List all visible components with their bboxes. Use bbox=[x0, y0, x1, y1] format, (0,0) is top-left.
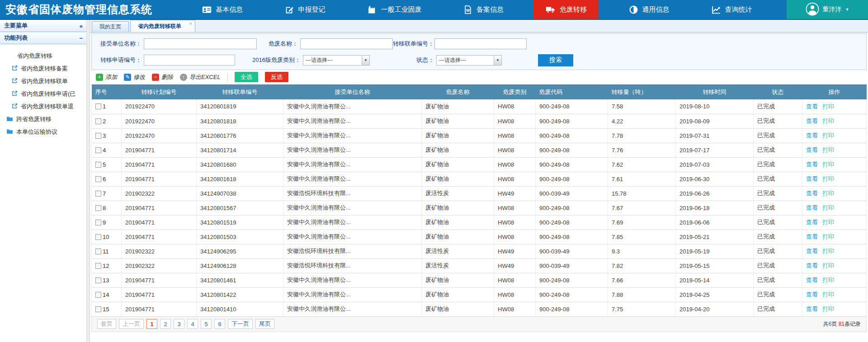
view-link[interactable]: 查看 bbox=[806, 161, 818, 168]
tree-item-province-transfer[interactable]: 省内危废转移 bbox=[0, 50, 86, 62]
tree-item-transfer-record[interactable]: 省内危废转移备案 bbox=[0, 62, 86, 75]
row-checkbox[interactable] bbox=[95, 248, 101, 254]
print-link[interactable]: 打印 bbox=[822, 219, 834, 225]
main-menu-header[interactable]: 主要菜单 « bbox=[0, 20, 86, 32]
nav-item-hazwaste-transfer[interactable]: 危废转移 bbox=[533, 0, 599, 19]
print-link[interactable]: 打印 bbox=[822, 233, 834, 240]
tree-item-transfer-manifest[interactable]: 省内危废转移联单 bbox=[0, 75, 86, 88]
print-link[interactable]: 打印 bbox=[822, 161, 834, 168]
page-button-6[interactable]: 6 bbox=[214, 319, 225, 329]
search-button[interactable]: 搜索 bbox=[538, 54, 573, 66]
sidebar-splitter[interactable] bbox=[87, 20, 90, 342]
page-button-1[interactable]: 1 bbox=[146, 319, 157, 329]
close-icon[interactable]: × bbox=[189, 21, 192, 26]
view-link[interactable]: 查看 bbox=[806, 204, 818, 211]
first-page-button[interactable]: 首页 bbox=[97, 319, 116, 329]
row-checkbox[interactable] bbox=[95, 263, 101, 269]
row-checkbox[interactable] bbox=[95, 191, 101, 197]
collapse-left-icon[interactable]: « bbox=[80, 23, 83, 29]
waste-name-input[interactable] bbox=[300, 38, 393, 49]
view-link[interactable]: 查看 bbox=[806, 146, 818, 153]
view-link[interactable]: 查看 bbox=[806, 262, 818, 269]
row-checkbox[interactable] bbox=[95, 176, 101, 182]
delete-button[interactable]: − 删除 bbox=[152, 73, 173, 81]
view-link[interactable]: 查看 bbox=[806, 117, 818, 124]
invert-selection-button[interactable]: 反选 bbox=[265, 72, 288, 82]
status-select[interactable]: ---请选择--- ▼ bbox=[436, 55, 502, 66]
column-header-transfer-date[interactable]: 转移时间 bbox=[676, 84, 754, 99]
view-link[interactable]: 查看 bbox=[806, 276, 818, 283]
view-link[interactable]: 查看 bbox=[806, 219, 818, 225]
tree-item-transport-agreement[interactable]: 本单位运输协议 bbox=[0, 126, 86, 138]
print-link[interactable]: 打印 bbox=[822, 190, 834, 197]
row-checkbox[interactable] bbox=[95, 292, 101, 298]
column-header-receiver[interactable]: 接受单位名称 bbox=[283, 84, 422, 99]
column-header-amount[interactable]: 转移量（吨） bbox=[608, 84, 676, 99]
page-button-2[interactable]: 2 bbox=[160, 319, 171, 329]
receiver-name-input[interactable] bbox=[144, 38, 257, 49]
waste-category-select[interactable]: ---请选择--- ▼ bbox=[303, 55, 370, 66]
print-link[interactable]: 打印 bbox=[822, 146, 834, 153]
edit-button[interactable]: ✎ 修改 bbox=[124, 73, 145, 81]
page-button-3[interactable]: 3 bbox=[174, 319, 184, 329]
column-header-actions[interactable]: 操作 bbox=[802, 84, 867, 99]
row-checkbox[interactable] bbox=[95, 118, 101, 124]
minus-icon[interactable]: − bbox=[79, 35, 83, 42]
apply-no-input[interactable] bbox=[144, 55, 235, 66]
view-link[interactable]: 查看 bbox=[806, 233, 818, 240]
print-link[interactable]: 打印 bbox=[822, 117, 834, 124]
print-link[interactable]: 打印 bbox=[822, 132, 834, 139]
nav-item-industrial-waste[interactable]: 一般工业固废 bbox=[355, 0, 434, 19]
nav-item-basic-info[interactable]: 基本信息 bbox=[190, 0, 255, 19]
user-menu[interactable]: 董洋洋 ▼ bbox=[787, 0, 868, 19]
row-checkbox[interactable] bbox=[95, 205, 101, 211]
tab-province-transfer-manifest[interactable]: 省内危废转移联单 × bbox=[130, 20, 195, 32]
tree-item-manifest-return[interactable]: 省内危废转移联单退 bbox=[0, 100, 86, 113]
add-button[interactable]: + 添加 bbox=[96, 73, 117, 81]
function-list-header[interactable]: 功能列表 − bbox=[0, 32, 86, 44]
column-header-status[interactable]: 状态 bbox=[754, 84, 802, 99]
nav-item-query-statistics[interactable]: 查询统计 bbox=[699, 0, 764, 19]
row-checkbox[interactable] bbox=[95, 147, 101, 153]
view-link[interactable]: 查看 bbox=[806, 175, 818, 182]
export-excel-button[interactable]: ↑ 导出EXCEL bbox=[180, 73, 221, 81]
page-button-5[interactable]: 5 bbox=[201, 319, 212, 329]
column-header-plan-no[interactable]: 转移计划编号 bbox=[122, 84, 197, 99]
tree-item-transfer-apply[interactable]: 省内危废转移申请(已 bbox=[0, 88, 86, 100]
print-link[interactable]: 打印 bbox=[822, 248, 834, 254]
prev-page-button[interactable]: 上一页 bbox=[119, 319, 144, 329]
row-checkbox[interactable] bbox=[95, 103, 101, 109]
nav-item-declaration[interactable]: 申报登记 bbox=[273, 0, 337, 19]
print-link[interactable]: 打印 bbox=[822, 204, 834, 211]
view-link[interactable]: 查看 bbox=[806, 248, 818, 254]
row-checkbox[interactable] bbox=[95, 277, 101, 283]
select-all-button[interactable]: 全选 bbox=[235, 72, 258, 82]
print-link[interactable]: 打印 bbox=[822, 305, 834, 312]
row-checkbox[interactable] bbox=[95, 220, 101, 225]
view-link[interactable]: 查看 bbox=[806, 291, 818, 298]
column-header-waste-name[interactable]: 危废名称 bbox=[422, 84, 494, 99]
column-header-manifest-no[interactable]: 转移联单编号 bbox=[197, 84, 283, 99]
print-link[interactable]: 打印 bbox=[822, 175, 834, 182]
print-link[interactable]: 打印 bbox=[822, 262, 834, 269]
view-link[interactable]: 查看 bbox=[806, 103, 818, 110]
page-button-4[interactable]: 4 bbox=[187, 319, 198, 329]
last-page-button[interactable]: 尾页 bbox=[255, 319, 274, 329]
print-link[interactable]: 打印 bbox=[822, 103, 834, 110]
row-checkbox[interactable] bbox=[95, 162, 101, 168]
view-link[interactable]: 查看 bbox=[806, 305, 818, 312]
tree-item-cross-province-transfer[interactable]: 跨省危废转移 bbox=[0, 113, 86, 126]
manifest-no-input[interactable] bbox=[434, 38, 527, 49]
column-header-waste-code[interactable]: 危废代码 bbox=[536, 84, 608, 99]
column-header-waste-category[interactable]: 危废类别 bbox=[494, 84, 536, 99]
next-page-button[interactable]: 下一页 bbox=[228, 319, 253, 329]
row-checkbox[interactable] bbox=[95, 234, 101, 240]
print-link[interactable]: 打印 bbox=[822, 276, 834, 283]
view-link[interactable]: 查看 bbox=[806, 190, 818, 197]
print-link[interactable]: 打印 bbox=[822, 291, 834, 298]
nav-item-general-info[interactable]: 通用信息 bbox=[617, 0, 681, 19]
tab-my-home[interactable]: 我的主页 bbox=[92, 21, 129, 32]
row-checkbox[interactable] bbox=[95, 133, 101, 139]
row-checkbox[interactable] bbox=[95, 306, 101, 312]
view-link[interactable]: 查看 bbox=[806, 132, 818, 139]
